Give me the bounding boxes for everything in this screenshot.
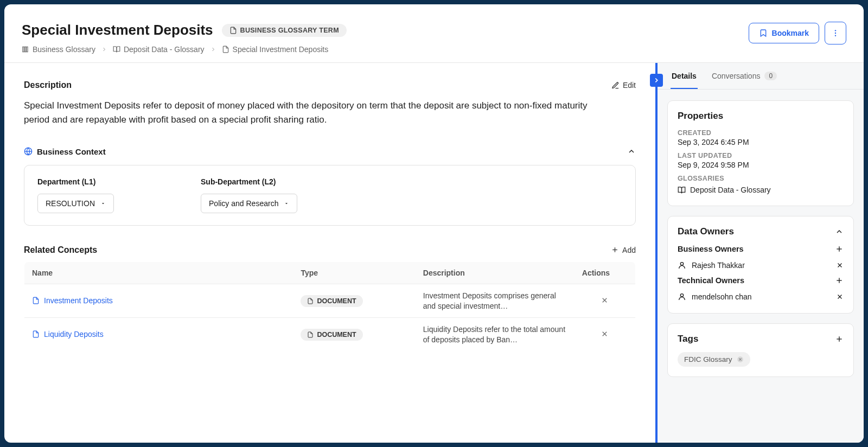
document-icon	[229, 27, 237, 34]
remove-related-button[interactable]	[582, 330, 628, 338]
tag-chip[interactable]: FDIC Glossary	[678, 352, 750, 367]
bookmark-button[interactable]: Bookmark	[749, 23, 819, 43]
svg-rect-0	[23, 47, 24, 52]
related-table: Name Type Description Actions	[24, 261, 636, 353]
document-icon	[222, 46, 229, 53]
description-body: Special Investment Deposits refer to dep…	[24, 99, 588, 127]
type-pill-label: BUSINESS GLOSSARY TERM	[240, 27, 339, 34]
updated-label: LAST UPDATED	[678, 152, 844, 159]
table-row: Liquidity Deposits DOCUMENT Liquidi	[24, 318, 636, 352]
svg-rect-1	[24, 47, 25, 52]
related-desc: Liquidity Deposits refer to the total am…	[423, 324, 567, 345]
subdepartment-select[interactable]: Policy and Research	[201, 194, 297, 213]
table-row: Investment Deposits DOCUMENT Invest	[24, 284, 636, 318]
caret-down-icon	[284, 201, 289, 206]
remove-owner-button[interactable]	[836, 261, 844, 269]
department-label: Department (L1)	[37, 177, 114, 186]
svg-rect-2	[27, 47, 28, 52]
related-concepts-heading: Related Concepts	[24, 245, 97, 255]
library-icon	[22, 46, 29, 53]
glossary-link[interactable]: Deposit Data - Glossary	[678, 186, 771, 194]
type-pill: BUSINESS GLOSSARY TERM	[222, 24, 347, 37]
remove-owner-button[interactable]	[836, 293, 844, 301]
related-desc: Investment Deposits comprises general an…	[423, 291, 567, 311]
breadcrumb: Business Glossary Deposit Data - Glossar…	[22, 45, 749, 54]
type-chip: DOCUMENT	[301, 329, 362, 341]
document-icon	[307, 298, 314, 304]
breadcrumb-book[interactable]: Deposit Data - Glossary	[113, 45, 205, 54]
related-link[interactable]: Investment Deposits	[32, 296, 113, 305]
plus-icon	[611, 246, 619, 254]
business-context-heading: Business Context	[37, 147, 106, 156]
add-technical-owner-button[interactable]	[835, 276, 844, 285]
created-label: CREATED	[678, 129, 844, 137]
conversations-count: 0	[764, 72, 777, 80]
owner-row: mendelsohn chan	[678, 289, 844, 303]
bookmark-icon	[759, 29, 768, 37]
owner-row: Rajesh Thakkar	[678, 258, 844, 272]
document-icon	[307, 331, 314, 338]
col-actions: Actions	[575, 261, 636, 284]
col-name: Name	[24, 261, 293, 284]
more-vertical-icon	[831, 29, 840, 37]
document-icon	[32, 330, 40, 338]
svg-point-4	[835, 33, 836, 34]
add-related-button[interactable]: Add	[611, 246, 636, 254]
subdepartment-label: Sub-Department (L2)	[201, 177, 297, 186]
chevron-right-icon	[101, 46, 107, 53]
page-title: Special Investment Deposits	[22, 22, 213, 39]
related-link[interactable]: Liquidity Deposits	[32, 330, 104, 339]
col-type: Type	[293, 261, 415, 284]
collapse-panel-button[interactable]	[650, 74, 663, 87]
properties-title: Properties	[678, 111, 844, 122]
collapse-owners-button[interactable]	[835, 227, 844, 236]
svg-point-3	[835, 30, 836, 31]
department-select[interactable]: RESOLUTION	[37, 194, 114, 213]
svg-point-16	[680, 262, 683, 265]
panel-divider[interactable]	[655, 63, 658, 443]
tags-card: Tags FDIC Glossary	[667, 323, 854, 377]
remove-related-button[interactable]	[582, 296, 628, 304]
created-value: Sep 3, 2024 6:45 PM	[678, 138, 844, 146]
svg-point-5	[835, 35, 836, 36]
properties-card: Properties CREATED Sep 3, 2024 6:45 PM L…	[667, 100, 854, 206]
breadcrumb-term[interactable]: Special Investment Deposits	[222, 45, 329, 54]
user-icon	[678, 292, 686, 301]
add-business-owner-button[interactable]	[835, 245, 844, 253]
description-heading: Description	[24, 80, 72, 90]
user-icon	[678, 261, 686, 270]
caret-down-icon	[100, 201, 106, 206]
document-icon	[32, 297, 40, 304]
updated-value: Sep 9, 2024 9:58 PM	[678, 161, 844, 169]
data-owners-card: Data Owners Business Owners	[667, 216, 854, 314]
more-menu-button[interactable]	[825, 22, 846, 44]
tab-conversations[interactable]: Conversations 0	[711, 63, 778, 89]
data-owners-title: Data Owners	[678, 226, 734, 237]
type-chip: DOCUMENT	[301, 295, 362, 307]
glossaries-label: GLOSSARIES	[678, 175, 844, 182]
remove-tag-button[interactable]	[737, 356, 744, 363]
business-owners-label: Business Owners	[678, 245, 744, 253]
breadcrumb-glossary[interactable]: Business Glossary	[22, 45, 95, 54]
pencil-icon	[611, 81, 620, 90]
col-desc: Description	[416, 261, 575, 284]
chevron-right-icon	[210, 46, 216, 53]
book-icon	[113, 46, 120, 53]
book-icon	[678, 186, 686, 194]
globe-icon	[24, 147, 33, 156]
edit-description-button[interactable]: Edit	[611, 81, 636, 90]
svg-point-21	[680, 293, 683, 296]
collapse-context-button[interactable]	[627, 147, 636, 156]
tab-details[interactable]: Details	[671, 63, 698, 89]
technical-owners-label: Technical Owners	[678, 276, 744, 285]
add-tag-button[interactable]	[835, 335, 844, 343]
tags-title: Tags	[678, 334, 698, 344]
